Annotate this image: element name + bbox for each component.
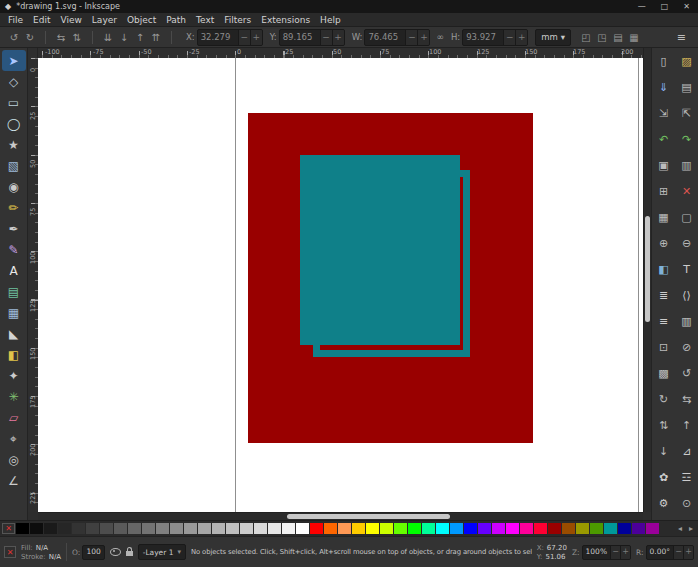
palette-none-swatch[interactable]: ✕: [2, 523, 15, 534]
menu-edit[interactable]: Edit: [28, 15, 55, 25]
zoom-in-button[interactable]: ⊕: [659, 238, 668, 249]
palette-scroll-right-icon[interactable]: ▸: [686, 524, 696, 533]
move-patterns-toggle-icon[interactable]: ▦: [626, 28, 642, 47]
layers-dialog-button[interactable]: ≣: [659, 290, 668, 301]
palette-swatch[interactable]: [338, 523, 351, 534]
horizontal-scrollbar[interactable]: [38, 512, 643, 520]
pencil-tool[interactable]: ✏: [2, 197, 26, 218]
palette-swatch[interactable]: [30, 523, 43, 534]
paste-button[interactable]: ▥: [681, 160, 691, 171]
palette-swatch[interactable]: [492, 523, 505, 534]
x-increment-button[interactable]: +: [250, 30, 262, 45]
gradient-tool[interactable]: ▤: [2, 281, 26, 302]
palette-swatch[interactable]: [576, 523, 589, 534]
spiral-tool[interactable]: ◉: [2, 176, 26, 197]
palette-swatch[interactable]: [548, 523, 561, 534]
minimize-button[interactable]: —: [638, 2, 646, 11]
x-input[interactable]: 32.279 − +: [197, 29, 263, 46]
node-tool[interactable]: ◇: [2, 71, 26, 92]
lower-button-icon[interactable]: ↓: [116, 28, 132, 47]
width-decrement-button[interactable]: −: [405, 30, 417, 45]
palette-swatch[interactable]: [394, 523, 407, 534]
layer-lock-icon[interactable]: [126, 551, 133, 556]
mesh-tool[interactable]: ▦: [2, 302, 26, 323]
measure-tool[interactable]: ∠: [2, 470, 26, 491]
palette-swatch[interactable]: [520, 523, 533, 534]
import-image-button[interactable]: ⇲: [659, 108, 668, 119]
palette-swatch[interactable]: [16, 523, 29, 534]
palette-swatch[interactable]: [506, 523, 519, 534]
copy-button[interactable]: ▣: [658, 160, 668, 171]
unlink-clone-button[interactable]: ⊘: [682, 342, 691, 353]
ungroup-button[interactable]: ▢: [681, 212, 691, 223]
zoom-out-button[interactable]: ⊖: [682, 238, 691, 249]
ruler-horizontal[interactable]: -100-75-50-250255075100125150175200: [38, 48, 643, 58]
rotation-decrement-button[interactable]: −: [673, 546, 683, 559]
document-properties-button[interactable]: ▥: [681, 316, 691, 327]
zoom-input[interactable]: 100% − +: [582, 545, 631, 560]
layer-select[interactable]: -Layer 1 ▾: [138, 544, 186, 560]
menu-help[interactable]: Help: [315, 15, 346, 25]
height-input[interactable]: 93.927 − +: [462, 29, 528, 46]
rotate-ccw-button-icon[interactable]: ↺: [6, 28, 22, 47]
palette-swatch[interactable]: [72, 523, 85, 534]
preferences-button[interactable]: ⚙: [659, 498, 669, 509]
save-document-button[interactable]: ⇓: [659, 82, 668, 93]
palette-swatch[interactable]: [590, 523, 603, 534]
palette-swatch[interactable]: [352, 523, 365, 534]
palette-swatch[interactable]: [100, 523, 113, 534]
ellipse-tool[interactable]: ◯: [2, 113, 26, 134]
width-input[interactable]: 76.465 − +: [364, 29, 430, 46]
palette-swatch[interactable]: [436, 523, 449, 534]
palette-swatch[interactable]: [324, 523, 337, 534]
pen-tool[interactable]: ✒: [2, 218, 26, 239]
palette-swatch[interactable]: [632, 523, 645, 534]
menu-text[interactable]: Text: [191, 15, 219, 25]
palette-swatch[interactable]: [114, 523, 127, 534]
palette-swatch[interactable]: [58, 523, 71, 534]
y-decrement-button[interactable]: −: [320, 30, 332, 45]
lower-selection-button[interactable]: ↓: [659, 446, 668, 457]
open-document-button[interactable]: ▨: [681, 56, 691, 67]
raise-button-icon[interactable]: ↑: [132, 28, 148, 47]
palette-swatch[interactable]: [282, 523, 295, 534]
flip-vertical-button-icon[interactable]: ⇅: [69, 28, 85, 47]
symbols-dialog-button[interactable]: ✿: [659, 472, 668, 483]
new-document-button[interactable]: ▯: [660, 56, 666, 67]
canvas[interactable]: [38, 58, 643, 512]
zoom-tool[interactable]: ◎: [2, 449, 26, 470]
palette-swatch[interactable]: [254, 523, 267, 534]
scale-corners-toggle-icon[interactable]: ◳: [594, 28, 610, 47]
flip-vertical-button[interactable]: ⇅: [659, 420, 668, 431]
palette-swatch[interactable]: [366, 523, 379, 534]
palette-swatch[interactable]: [422, 523, 435, 534]
align-dialog-button[interactable]: ≡: [659, 316, 668, 327]
palette-swatch[interactable]: [184, 523, 197, 534]
palette-swatch[interactable]: [240, 523, 253, 534]
palette-swatch[interactable]: [310, 523, 323, 534]
raise-to-top-button-icon[interactable]: ⇈: [148, 28, 164, 47]
bucket-tool[interactable]: ◧: [2, 344, 26, 365]
palette-swatch[interactable]: [604, 523, 617, 534]
x-decrement-button[interactable]: −: [238, 30, 250, 45]
palette-swatch[interactable]: [198, 523, 211, 534]
lower-to-bottom-button-icon[interactable]: ⇊: [100, 28, 116, 47]
delete-button[interactable]: ✕: [682, 186, 691, 197]
palette-swatch[interactable]: [44, 523, 57, 534]
ruler-vertical[interactable]: 0255075100125150175200225: [28, 58, 38, 512]
menu-file[interactable]: File: [3, 15, 28, 25]
vertical-scrollbar-thumb[interactable]: [645, 216, 650, 322]
rotation-increment-button[interactable]: +: [683, 546, 693, 559]
palette-swatch[interactable]: [170, 523, 183, 534]
vertical-scrollbar[interactable]: [643, 48, 651, 512]
flip-horizontal-button[interactable]: ⇆: [682, 394, 691, 405]
xml-editor-button[interactable]: ⟨⟩: [682, 290, 691, 301]
rectangle-tool[interactable]: ▭: [2, 92, 26, 113]
height-increment-button[interactable]: +: [515, 30, 527, 45]
export-image-button[interactable]: ⇱: [682, 108, 691, 119]
palette-swatch[interactable]: [464, 523, 477, 534]
rotate-90-ccw-button[interactable]: ↺: [682, 368, 691, 379]
palette-swatch[interactable]: [86, 523, 99, 534]
palette-swatch[interactable]: [562, 523, 575, 534]
palette-scroll-left-icon[interactable]: ◂: [675, 524, 685, 533]
